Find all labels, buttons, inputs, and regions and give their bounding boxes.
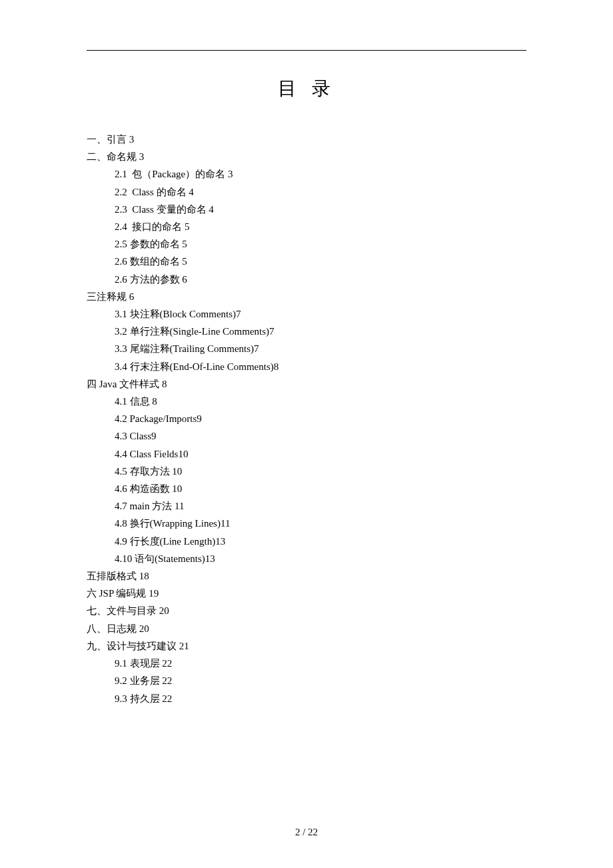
document-page: 目 录 一、引言 3二、命名规 32.1 包（Package）的命名 32.2 … xyxy=(0,0,613,707)
toc-entry: 3.4 行末注释(End-Of-Line Comments)8 xyxy=(87,358,526,375)
toc-entry: 2.3 Class 变量的命名 4 xyxy=(87,201,526,218)
toc-entry: 2.1 包（Package）的命名 3 xyxy=(87,165,526,183)
toc-entry: 2.6 数组的命名 5 xyxy=(87,253,526,270)
toc-entry: 9.2 业务层 22 xyxy=(87,672,526,689)
toc-entry: 4.1 信息 8 xyxy=(87,393,526,410)
toc-entry: 9.3 持久层 22 xyxy=(87,690,526,707)
toc-entry: 4.4 Class Fields10 xyxy=(87,445,526,463)
toc-entry: 3.2 单行注释(Single-Line Comments)7 xyxy=(87,323,526,340)
toc-entry: 2.6 方法的参数 6 xyxy=(87,271,526,288)
toc-title: 目 录 xyxy=(87,76,526,101)
toc-entry: 4.3 Class9 xyxy=(87,427,526,445)
toc-entry: 4.5 存取方法 10 xyxy=(87,463,526,480)
toc-entry: 八、日志规 20 xyxy=(87,620,526,637)
toc-entry: 四 Java 文件样式 8 xyxy=(87,375,526,393)
toc-entry: 2.4 接口的命名 5 xyxy=(87,218,526,235)
toc-entry: 一、引言 3 xyxy=(87,131,526,148)
toc-entry: 五排版格式 18 xyxy=(87,567,526,585)
toc-entry: 4.10 语句(Statements)13 xyxy=(87,550,526,567)
table-of-contents: 一、引言 3二、命名规 32.1 包（Package）的命名 32.2 Clas… xyxy=(87,131,526,707)
toc-entry: 4.7 main 方法 11 xyxy=(87,497,526,515)
header-rule xyxy=(87,50,526,51)
toc-entry: 4.2 Package/Imports9 xyxy=(87,410,526,427)
page-footer: 2 / 22 xyxy=(0,827,613,838)
toc-entry: 二、命名规 3 xyxy=(87,148,526,165)
toc-entry: 七、文件与目录 20 xyxy=(87,602,526,619)
toc-entry: 3.1 块注释(Block Comments)7 xyxy=(87,305,526,323)
toc-entry: 2.2 Class 的命名 4 xyxy=(87,183,526,201)
toc-entry: 六 JSP 编码规 19 xyxy=(87,585,526,602)
toc-entry: 三注释规 6 xyxy=(87,288,526,305)
toc-entry: 4.6 构造函数 10 xyxy=(87,480,526,497)
toc-entry: 3.3 尾端注释(Trailing Comments)7 xyxy=(87,340,526,357)
toc-entry: 4.8 换行(Wrapping Lines)11 xyxy=(87,515,526,532)
toc-entry: 九、设计与技巧建议 21 xyxy=(87,637,526,655)
toc-entry: 2.5 参数的命名 5 xyxy=(87,235,526,253)
toc-entry: 9.1 表现层 22 xyxy=(87,655,526,672)
toc-entry: 4.9 行长度(Line Length)13 xyxy=(87,533,526,550)
